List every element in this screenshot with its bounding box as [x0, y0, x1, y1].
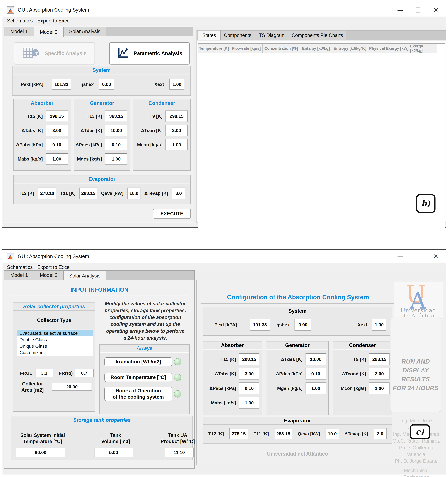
mdes-field[interactable] [105, 153, 127, 165]
col-physical-exergy: Physical Exergy [kW] [368, 44, 410, 53]
maximize-icon[interactable] [416, 254, 420, 259]
dpdes-field[interactable] [306, 368, 326, 380]
room-temperature-button[interactable]: Room Temperature [°C] [104, 373, 172, 382]
t12-field[interactable] [229, 428, 248, 439]
minimize-icon[interactable]: — [397, 7, 403, 13]
nshex-field[interactable] [295, 319, 312, 331]
dpdes-field[interactable] [105, 139, 127, 150]
mcon-field[interactable] [165, 139, 188, 150]
room-temperature-lamp-icon [174, 374, 181, 381]
menu-export-to-excel[interactable]: Export to Excel [37, 264, 71, 270]
run-24-hours-button[interactable]: RUN AND DISPLAY RESULTS FOR 24 HOURS [390, 317, 441, 412]
dtdes-field[interactable] [105, 125, 127, 136]
qeva-field[interactable] [127, 188, 141, 199]
xext-field[interactable] [169, 79, 184, 90]
tab-model-1[interactable]: Model 1 [4, 271, 34, 280]
qeva-field[interactable] [325, 428, 339, 439]
option-evacuated-selective[interactable]: Evacuated, selective surface [17, 330, 93, 336]
dtabs-field[interactable] [46, 125, 68, 136]
tab-solar-analysis[interactable]: Solar Analysis [64, 27, 106, 36]
tab-states[interactable]: States [198, 30, 221, 40]
system-group: System Pext [kPA] ηshex Xext [203, 307, 392, 336]
nshex-field[interactable] [99, 79, 114, 90]
solar-collector-group: Solar collector properties Collector Typ… [13, 303, 95, 412]
nshex-label: ηshex [81, 82, 94, 87]
results-panel: States Components TS Diagram Components … [196, 30, 446, 223]
maximize-icon[interactable] [416, 7, 420, 13]
menu-schematics[interactable]: Schematics [7, 18, 33, 24]
dtdes-field[interactable] [306, 353, 326, 365]
t15-field[interactable] [239, 353, 259, 365]
dtcon-field[interactable] [165, 125, 188, 136]
qeva-label: Qeva [kW] [298, 431, 320, 436]
solar-collector-title: Solar collector properties [13, 303, 95, 310]
irradiation-button[interactable]: Irradiation [Wh/m2] [104, 357, 172, 366]
specific-analysis-button[interactable]: Specific Analysis [14, 42, 95, 65]
qeva-label: Qeva [kW] [101, 191, 123, 196]
states-table-header: Temperature [K] Flow-rate [kg/s] Concent… [198, 44, 445, 53]
mabs-field[interactable] [46, 153, 68, 165]
hours-of-operation-lamp-icon [174, 390, 181, 398]
mabs-field[interactable] [239, 397, 259, 409]
minimize-icon[interactable]: — [397, 254, 403, 259]
option-unique-glass[interactable]: Unique Glass [17, 343, 93, 349]
t9-field[interactable] [369, 353, 389, 365]
university-logo: U A Universidad del Atlántico [394, 282, 443, 318]
tab-model-2[interactable]: Model 2 [34, 271, 64, 280]
dtcond-field[interactable] [369, 368, 389, 380]
collector-area-field[interactable] [52, 383, 92, 391]
tab-solar-analysis[interactable]: Solar Analysis [64, 271, 106, 281]
figure-label-b: b) [416, 194, 436, 213]
dtabs-field[interactable] [239, 368, 259, 380]
dtevap-field[interactable] [374, 428, 387, 439]
tab-components[interactable]: Components [221, 30, 255, 40]
menubar: Schematics Export to Excel [2, 17, 446, 25]
option-customized[interactable]: Customized [17, 349, 93, 356]
dtdes-label: ΔTdes [K] [281, 357, 303, 362]
dtevap-field[interactable] [172, 188, 185, 199]
hours-of-operation-button[interactable]: Hours of Operation of the cooling system [104, 387, 172, 401]
col-entalpy: Entalpy [kJ/kg] [300, 44, 332, 53]
tab-ts-diagram[interactable]: TS Diagram [255, 30, 289, 40]
tab-components-pie-charts[interactable]: Components Pie Charts [289, 30, 346, 40]
tab-model-2[interactable]: Model 2 [34, 27, 64, 37]
tank-volume-field[interactable] [94, 448, 133, 457]
menu-schematics[interactable]: Schematics [7, 264, 33, 270]
evaporator-group-title: Evaporator [203, 417, 392, 425]
t13-field[interactable] [105, 111, 127, 122]
tab-model-1[interactable]: Model 1 [4, 27, 34, 36]
window-title: GUI: Absorption Cooling System [18, 7, 89, 13]
t12-label: T12 [K] [208, 431, 224, 436]
close-icon[interactable]: ✕ [433, 253, 438, 259]
collector-type-label: Collector Type [13, 317, 95, 323]
t11-field[interactable] [79, 188, 97, 199]
evaporator-group: Evaporator T12 [K] T11 [K] Qeva [kW] ΔTe… [203, 417, 392, 443]
dpabs-field[interactable] [239, 382, 259, 394]
t11-field[interactable] [274, 428, 292, 439]
states-table-body [198, 53, 445, 231]
option-double-glass[interactable]: Double Glass [17, 336, 93, 343]
tank-ua-field[interactable] [165, 448, 194, 457]
solar-initial-temp-field[interactable] [16, 448, 65, 457]
frul-field[interactable] [35, 369, 53, 377]
col-entropy: Entropy [kJ/kg*K] [332, 44, 368, 53]
t9-field[interactable] [165, 111, 188, 122]
execute-button[interactable]: EXECUTE [153, 209, 191, 219]
t15-field[interactable] [46, 111, 68, 122]
parametric-analysis-button[interactable]: Parametric Analysis [109, 42, 190, 65]
menu-export-to-excel[interactable]: Export to Excel [37, 18, 71, 24]
absorber-group: Absorber T15 [K] ΔTabs [K] ΔPabs [kPa] M… [13, 99, 71, 171]
t12-field[interactable] [38, 188, 56, 199]
frta-field[interactable] [75, 369, 94, 377]
pext-field[interactable] [250, 319, 270, 331]
xext-field[interactable] [372, 319, 386, 331]
dtabs-label: ΔTabs [K] [215, 371, 236, 376]
dpabs-field[interactable] [46, 139, 68, 150]
close-icon[interactable]: ✕ [433, 7, 438, 13]
mgen-field[interactable] [306, 382, 326, 394]
condenser-group-title: Condenser [133, 99, 190, 107]
pext-field[interactable] [52, 79, 71, 90]
mcon-label: Mcon [kg/s] [341, 386, 366, 391]
mcon-field[interactable] [369, 382, 389, 394]
solar-input-panel: INPUT INFORMATION Solar collector proper… [4, 280, 195, 469]
